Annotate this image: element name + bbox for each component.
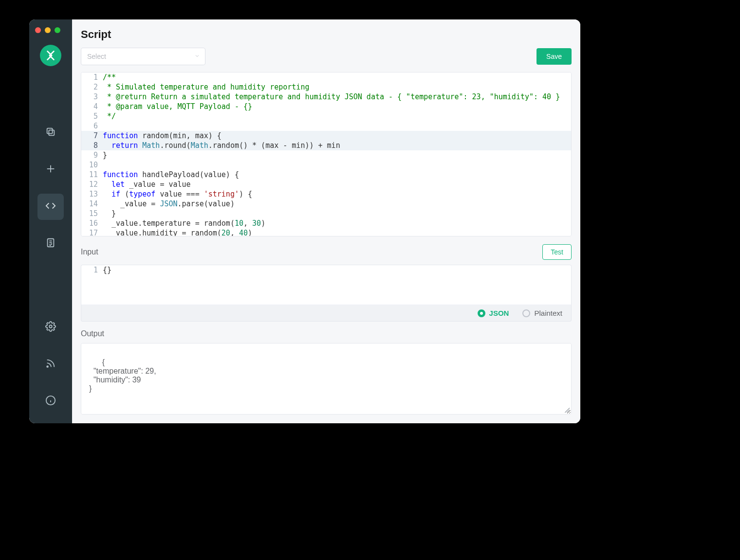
code-text: } [103,209,122,218]
code-line[interactable]: 11function handlePayload(value) { [81,170,571,180]
sidebar-item-connections[interactable] [37,120,64,146]
sidebar [29,19,72,423]
radio-dot-icon [522,309,530,317]
code-line[interactable]: 8 return Math.round(Math.random() * (max… [81,141,571,150]
radio-dot-icon [478,309,485,317]
line-number: 6 [81,121,103,131]
svg-rect-0 [49,130,54,135]
resize-handle[interactable] [565,408,570,413]
line-number: 16 [81,218,103,228]
code-text: {} [103,265,117,275]
sidebar-item-feed[interactable] [37,351,64,378]
line-number: 12 [81,180,103,189]
code-line[interactable]: 16 _value.temperature = random(10, 30) [81,218,571,228]
code-text: * @return Return a simulated temperature… [103,92,566,102]
close-icon[interactable] [35,27,41,33]
code-line[interactable]: 7function random(min, max) { [81,131,571,141]
app-logo[interactable] [40,45,61,66]
code-line[interactable]: 2 * Simulated temperature and humidity r… [81,82,571,92]
svg-point-7 [49,325,52,328]
page-title: Script [81,28,572,41]
line-number: 1 [81,265,103,275]
info-icon [45,395,56,408]
radio-label: JSON [489,309,509,317]
output-box[interactable]: { "temperature": 29, "humidity": 39 } [81,343,572,415]
save-button[interactable]: Save [536,48,572,65]
sidebar-item-script[interactable] [37,194,64,220]
script-editor[interactable]: 1/**2 * Simulated temperature and humidi… [81,72,572,236]
code-line[interactable]: 15 } [81,209,571,218]
line-number: 7 [81,131,103,141]
input-section-header: Input Test [81,244,572,260]
minimize-icon[interactable] [45,27,51,33]
sidebar-item-settings[interactable] [37,314,64,341]
sidebar-item-about[interactable] [37,388,64,415]
input-format-bar: JSONPlaintext [81,305,572,322]
plus-icon [45,163,56,176]
app-window: Script Select Save 1/**2 * Simulated tem… [29,19,580,423]
code-line[interactable]: 4 * @param value, MQTT Payload - {} [81,102,571,111]
code-line[interactable]: 1/** [81,72,571,82]
line-number: 5 [81,111,103,121]
sidebar-item-new[interactable] [37,157,64,183]
output-label: Output [81,329,104,338]
gear-icon [45,321,56,334]
window-controls [35,27,60,33]
code-text: if (typeof value === 'string') { [103,189,258,199]
output-text: { "temperature": 29, "humidity": 39 } [89,358,156,393]
code-text: * Simulated temperature and humidity rep… [103,82,315,92]
code-line[interactable]: 14 _value = JSON.parse(value) [81,199,571,209]
code-line[interactable]: 5 */ [81,111,571,121]
copy-icon [45,126,56,139]
svg-point-8 [47,366,48,367]
code-text: /** [103,72,122,82]
code-line[interactable]: 9} [81,150,571,160]
svg-rect-1 [47,128,53,134]
code-text: * @param value, MQTT Payload - {} [103,102,258,111]
format-radio-plaintext[interactable]: Plaintext [522,309,562,317]
line-number: 14 [81,199,103,209]
input-label: Input [81,248,98,256]
line-number: 2 [81,82,103,92]
code-text: */ [103,111,122,121]
line-number: 4 [81,102,103,111]
code-text: return Math.round(Math.random() * (max -… [103,141,346,150]
format-radio-json[interactable]: JSON [478,309,509,317]
line-number: 9 [81,150,103,160]
line-number: 1 [81,72,103,82]
line-number: 10 [81,160,103,170]
code-text: _value.humidity = random(20, 40) [103,228,258,236]
code-text: } [103,150,113,160]
chevron-down-icon [194,53,200,60]
code-icon [45,200,56,213]
code-line[interactable]: 1{} [81,265,571,275]
radio-label: Plaintext [534,309,562,317]
line-number: 13 [81,189,103,199]
select-placeholder: Select [87,53,106,60]
input-editor[interactable]: 1{} [81,265,572,305]
code-text: function handlePayload(value) { [103,170,245,180]
line-number: 8 [81,141,103,150]
code-line[interactable]: 17 _value.humidity = random(20, 40) [81,228,571,236]
output-section-header: Output [81,329,572,338]
line-number: 15 [81,209,103,218]
code-text: function random(min, max) { [103,131,227,141]
line-number: 3 [81,92,103,102]
zoom-icon[interactable] [55,27,60,33]
code-line[interactable]: 12 let _value = value [81,180,571,189]
code-line[interactable]: 3 * @return Return a simulated temperatu… [81,92,571,102]
code-text [103,121,109,131]
line-number: 17 [81,228,103,236]
code-line[interactable]: 6 [81,121,571,131]
main-content: Script Select Save 1/**2 * Simulated tem… [72,19,580,423]
code-line[interactable]: 10 [81,160,571,170]
code-text [103,160,109,170]
toolbar: Select Save [81,48,572,65]
test-button[interactable]: Test [542,244,572,260]
sidebar-item-log[interactable] [37,231,64,257]
rss-icon [45,358,56,371]
code-line[interactable]: 13 if (typeof value === 'string') { [81,189,571,199]
code-text: _value.temperature = random(10, 30) [103,218,271,228]
script-select[interactable]: Select [81,48,205,65]
code-text: _value = JSON.parse(value) [103,199,240,209]
